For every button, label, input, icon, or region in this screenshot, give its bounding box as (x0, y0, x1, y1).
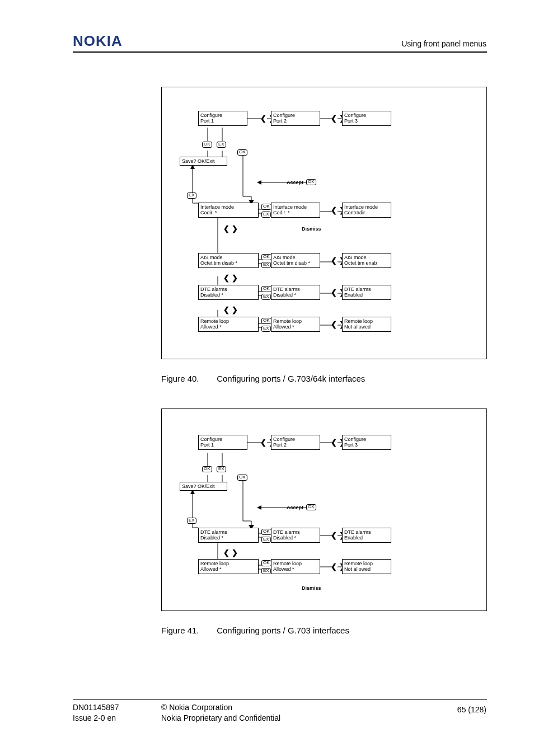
accept-label: Accept (287, 180, 303, 185)
ex-tag: EX (261, 212, 271, 218)
fig41-rem2: Remote loopAllowed * (271, 559, 320, 574)
fig41-port1: ConfigurePort 1 (198, 435, 247, 450)
ok-tag: OK (202, 142, 212, 148)
save-prompt: Save? OK/Exit (180, 482, 227, 491)
ok-tag: OK (237, 475, 247, 481)
lr-icon: ❮ ❯ (223, 548, 238, 557)
ex-tag: EX (217, 466, 226, 472)
footer-rule (73, 699, 487, 700)
accept-label: Accept (287, 505, 303, 510)
ex-tag: EX (261, 294, 271, 300)
fig40-port3: ConfigurePort 3 (342, 111, 391, 126)
fig40-dte2: DTE alarmsDisabled * (271, 285, 320, 300)
fig40-iface1: Interface modeCodir. * (198, 203, 259, 218)
copyright: © Nokia Corporation (161, 703, 232, 712)
footer-mid: © Nokia Corporation Nokia Proprietary an… (161, 702, 280, 724)
lr-icon: ❮ ❯ (223, 274, 238, 282)
fig41-port2: ConfigurePort 2 (271, 435, 320, 450)
fig41-dte3: DTE alarmsEnabled (342, 528, 391, 543)
nokia-logo: NOKIA (73, 32, 123, 50)
ex-tag: EX (187, 192, 196, 199)
dismiss-label: Dismiss (302, 585, 321, 591)
fig40-rem3: Remote loopNot allowed (342, 317, 391, 332)
figure-41-number: Figure 41. (161, 626, 214, 635)
page-section-title: Using front panel menus (401, 39, 486, 48)
ok-tag: OK (261, 204, 271, 210)
fig41-dte2: DTE alarmsDisabled * (271, 528, 320, 543)
fig40-dte1: DTE alarmsDisabled * (198, 285, 259, 300)
fig40-ais2: AIS modeOctet tim disab * (271, 253, 320, 268)
ex-tag: EX (261, 568, 271, 574)
ok-tag: OK (237, 149, 247, 156)
figure-41-box: ConfigurePort 1 ❮ ❯ ConfigurePort 2 ❮ ❯ … (161, 408, 487, 611)
ok-tag: OK (306, 179, 316, 185)
ex-tag: EX (217, 142, 226, 148)
figure-40-box: ConfigurePort 1 ❮ ❯ ConfigurePort 2 ❮ ❯ … (161, 87, 487, 359)
fig40-ais3: AIS modeOctet tim enab (342, 253, 391, 268)
figure-41-caption: Figure 41. Configuring ports / G.703 int… (161, 626, 349, 635)
fig41-rem1: Remote loopAllowed * (198, 559, 259, 574)
lr-icon: ❮ ❯ (223, 306, 238, 314)
fig40-dte3: DTE alarmsEnabled (342, 285, 391, 300)
fig40-port2: ConfigurePort 2 (271, 111, 320, 126)
fig40-rem2: Remote loopAllowed * (271, 317, 320, 332)
lr-icon: ❮ ❯ (223, 224, 238, 233)
ok-tag: OK (261, 254, 271, 260)
fig41-dte1: DTE alarmsDisabled * (198, 528, 259, 543)
fig41-rem3: Remote loopNot allowed (342, 559, 391, 574)
header-rule (73, 51, 487, 53)
ok-tag: OK (261, 560, 271, 566)
fig40-port1: ConfigurePort 1 (198, 111, 247, 126)
ex-tag: EX (187, 518, 196, 524)
ex-tag: EX (261, 537, 271, 543)
fig40-rem1: Remote loopAllowed * (198, 317, 259, 332)
fig40-iface2: Interface modeCodir. * (271, 203, 320, 218)
ok-tag: OK (202, 466, 212, 472)
svg-marker-19 (257, 180, 261, 185)
figure-40-text: Configuring ports / G.703/64k interfaces (217, 374, 365, 383)
ex-tag: EX (261, 262, 271, 268)
svg-marker-56 (257, 505, 261, 510)
confidential: Nokia Proprietary and Confidential (161, 713, 280, 722)
figure-40-number: Figure 40. (161, 374, 214, 383)
footer-left: DN01145897 Issue 2-0 en (73, 702, 119, 724)
fig40-ais1: AIS modeOctet tim disab * (198, 253, 259, 268)
doc-issue: Issue 2-0 en (73, 713, 116, 722)
fig40-iface3: Interface modeContradir. (342, 203, 391, 218)
ok-tag: OK (261, 318, 271, 324)
page-number: 65 (128) (457, 705, 486, 714)
ok-tag: OK (261, 529, 271, 535)
save-prompt: Save? OK/Exit (180, 157, 227, 166)
figure-40-caption: Figure 40. Configuring ports / G.703/64k… (161, 374, 365, 383)
figure-41-text: Configuring ports / G.703 interfaces (217, 626, 349, 635)
ok-tag: OK (261, 286, 271, 292)
doc-number: DN01145897 (73, 703, 119, 712)
dismiss-label: Dismiss (302, 226, 321, 232)
ex-tag: EX (261, 326, 271, 332)
fig41-port3: ConfigurePort 3 (342, 435, 391, 450)
page: NOKIA Using front panel menus (0, 0, 534, 756)
ok-tag: OK (306, 504, 316, 510)
svg-marker-13 (241, 195, 245, 198)
